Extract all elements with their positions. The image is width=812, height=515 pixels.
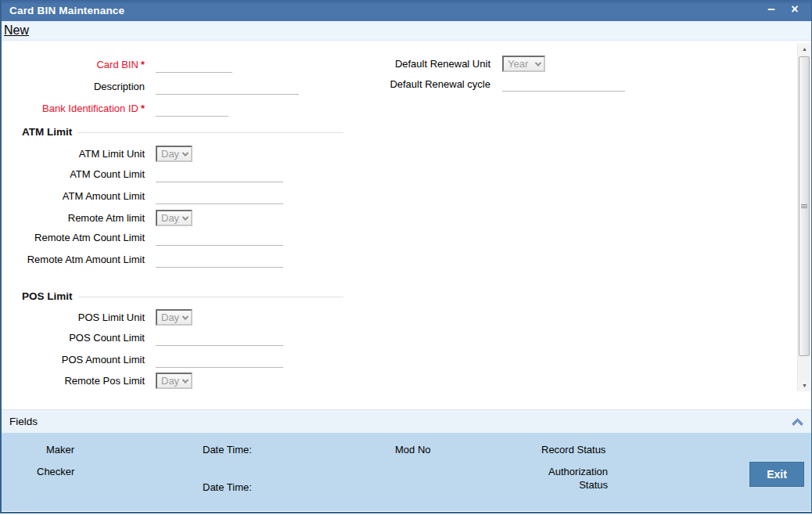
atm-limit-unit-select[interactable]: Day — [156, 146, 192, 162]
close-icon: × — [791, 2, 798, 16]
required-asterisk: * — [141, 103, 145, 114]
remote-atm-amount-limit-input[interactable] — [156, 254, 283, 268]
minimize-icon: – — [767, 2, 774, 16]
minimize-button[interactable]: – — [761, 0, 781, 20]
pos-limit-unit-select[interactable]: Day — [156, 309, 192, 326]
audit-footer: Maker Date Time: Mod No Record Status Ch… — [2, 433, 811, 511]
pos-limit-section-header: POS Limit — [22, 290, 343, 302]
pos-amount-limit-input[interactable] — [156, 354, 283, 368]
remote-atm-amount-limit-label: Remote Atm Amount Limit — [2, 254, 145, 266]
scrollbar-thumb[interactable] — [799, 56, 810, 356]
bank-identification-id-input[interactable] — [156, 103, 228, 117]
chevron-down-icon — [182, 214, 189, 220]
atm-limit-section-title: ATM Limit — [22, 126, 72, 138]
window-title: Card BIN Maintenance — [9, 0, 124, 21]
fields-tab-label[interactable]: Fields — [9, 416, 38, 427]
remote-atm-limit-select[interactable]: Day — [156, 210, 192, 226]
chevron-down-icon — [182, 149, 189, 156]
default-renewal-cycle-input[interactable] — [502, 77, 625, 92]
card-bin-maintenance-window: Card BIN Maintenance – × New Card BIN* D… — [0, 0, 812, 513]
atm-limit-unit-label: ATM Limit Unit — [2, 148, 145, 160]
atm-amount-limit-input[interactable] — [156, 190, 283, 204]
remote-atm-count-limit-input[interactable] — [156, 232, 283, 246]
default-renewal-unit-select[interactable]: Year — [502, 56, 545, 72]
atm-count-limit-input[interactable] — [156, 168, 283, 182]
checker-label: Checker — [37, 466, 74, 477]
bank-identification-id-label: Bank Identification ID* — [2, 103, 145, 115]
description-input[interactable] — [156, 81, 299, 95]
chevron-down-icon — [182, 376, 189, 383]
section-divider — [77, 132, 343, 133]
close-button[interactable]: × — [785, 0, 805, 20]
required-asterisk: * — [141, 59, 145, 70]
mod-no-label: Mod No — [395, 444, 431, 456]
default-renewal-unit-label: Default Renewal Unit — [283, 58, 490, 70]
pos-limit-unit-label: POS Limit Unit — [2, 312, 145, 324]
action-bar: New — [2, 21, 811, 41]
arrow-down-icon: ▼ — [802, 383, 807, 388]
scroll-up-button[interactable]: ▲ — [798, 43, 811, 55]
record-status-label: Record Status — [541, 444, 605, 456]
new-link[interactable]: New — [4, 23, 29, 38]
remote-pos-limit-label: Remote Pos Limit — [2, 375, 145, 387]
section-divider — [78, 297, 343, 297]
scroll-down-button[interactable]: ▼ — [798, 380, 811, 391]
pos-amount-limit-label: POS Amount Limit — [2, 354, 145, 366]
vertical-scrollbar[interactable]: ▲ ▼ — [797, 43, 810, 391]
default-renewal-cycle-label: Default Renewal cycle — [283, 78, 490, 91]
arrow-up-icon: ▲ — [802, 46, 807, 52]
chevron-down-icon — [182, 313, 189, 319]
exit-button[interactable]: Exit — [749, 462, 804, 487]
form-content-area: Card BIN* Description Bank Identificatio… — [2, 41, 811, 409]
chevron-up-icon[interactable] — [792, 418, 804, 430]
atm-count-limit-label: ATM Count Limit — [2, 168, 145, 181]
pos-count-limit-label: POS Count Limit — [2, 332, 145, 344]
maker-label: Maker — [46, 444, 74, 456]
remote-pos-limit-select[interactable]: Day — [156, 373, 192, 389]
atm-amount-limit-label: ATM Amount Limit — [2, 190, 145, 203]
atm-limit-section-header: ATM Limit — [22, 126, 343, 138]
description-label: Description — [2, 81, 145, 93]
remote-atm-limit-label: Remote Atm limit — [2, 212, 145, 225]
title-bar: Card BIN Maintenance – × — [2, 0, 811, 21]
card-bin-label: Card BIN* — [2, 59, 145, 71]
fields-bar[interactable]: Fields — [2, 409, 811, 433]
date-time-label: Date Time: — [203, 481, 252, 493]
remote-atm-count-limit-label: Remote Atm Count Limit — [2, 232, 145, 244]
chevron-down-icon — [535, 59, 541, 66]
pos-limit-section-title: POS Limit — [22, 290, 73, 302]
pos-count-limit-input[interactable] — [156, 332, 283, 346]
authorization-status-label: Authorization Status — [545, 465, 608, 492]
scrollbar-grip-icon — [801, 203, 807, 209]
card-bin-input[interactable] — [156, 59, 232, 73]
date-time-label: Date Time: — [203, 444, 252, 456]
